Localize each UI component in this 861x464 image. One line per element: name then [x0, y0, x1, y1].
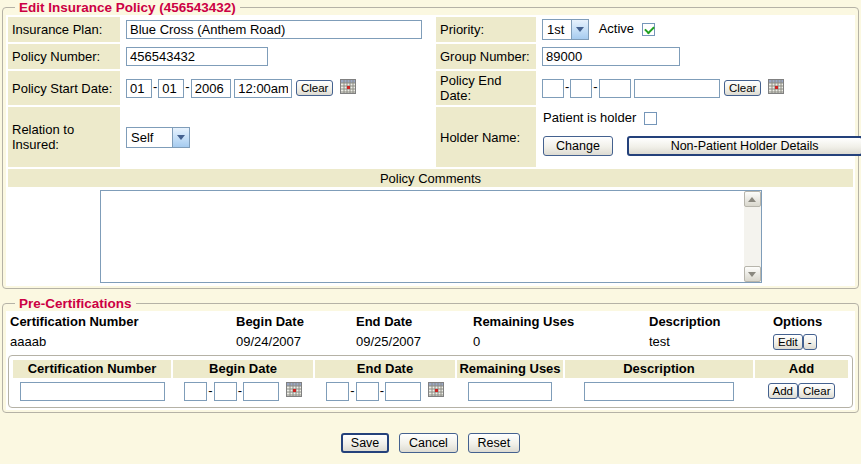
- table-row: aaaab 09/24/2007 09/25/2007 0 test Edit-: [8, 331, 853, 352]
- policy-comments-textarea[interactable]: [101, 191, 744, 282]
- policy-number-input[interactable]: [126, 47, 268, 66]
- add-col-add: Add: [755, 360, 848, 378]
- save-button[interactable]: Save: [341, 433, 390, 453]
- add-certification-number-input[interactable]: [20, 382, 165, 401]
- cell-remaining-uses: 0: [471, 331, 647, 352]
- date-separator: -: [185, 79, 189, 94]
- active-label: Active: [599, 21, 634, 36]
- cancel-button[interactable]: Cancel: [399, 433, 458, 453]
- col-certification-number: Certification Number: [8, 312, 234, 331]
- date-separator: -: [380, 383, 384, 398]
- add-end-year-input[interactable]: [385, 382, 421, 401]
- pre-certifications-section: Pre-Certifications Certification Number …: [2, 296, 859, 413]
- non-patient-holder-details-button[interactable]: Non-Patient Holder Details: [627, 136, 861, 156]
- policy-comments-label: Policy Comments: [8, 169, 853, 187]
- start-year-input[interactable]: [191, 79, 231, 98]
- relation-to-insured-label: Relation to Insured:: [8, 107, 120, 167]
- add-precert-button[interactable]: Add: [768, 383, 798, 399]
- page-title: Edit Insurance Policy (456543432): [15, 0, 240, 15]
- priority-select[interactable]: 1st: [542, 19, 589, 40]
- clear-precert-button[interactable]: Clear: [798, 383, 835, 399]
- scroll-up-icon[interactable]: [744, 191, 761, 207]
- scroll-down-icon[interactable]: [744, 266, 761, 282]
- group-number-label: Group Number:: [436, 44, 536, 69]
- policy-start-date-label: Policy Start Date:: [8, 71, 120, 105]
- cell-begin-date: 09/24/2007: [234, 331, 354, 352]
- group-number-input[interactable]: [542, 47, 680, 66]
- col-options: Options: [771, 312, 853, 331]
- calendar-icon[interactable]: [768, 79, 784, 97]
- policy-form: Insurance Plan: Priority: 1st Active Pol…: [6, 15, 855, 286]
- date-separator: -: [593, 79, 597, 94]
- add-col-description: Description: [565, 360, 753, 378]
- pre-certifications-title: Pre-Certifications: [15, 296, 136, 311]
- add-col-certification-number: Certification Number: [13, 360, 171, 378]
- add-begin-day-input[interactable]: [214, 382, 237, 401]
- start-day-input[interactable]: [158, 79, 184, 98]
- end-time-input[interactable]: [634, 79, 720, 98]
- insurance-plan-label: Insurance Plan:: [8, 17, 120, 42]
- patient-is-holder-label: Patient is holder: [543, 110, 636, 125]
- chevron-down-icon: [571, 20, 588, 39]
- relation-to-insured-select[interactable]: Self: [126, 127, 190, 148]
- end-day-input[interactable]: [570, 79, 592, 98]
- end-year-input[interactable]: [599, 79, 631, 98]
- cell-description: test: [647, 331, 771, 352]
- add-col-begin-date: Begin Date: [173, 360, 313, 378]
- edit-policy-section: Edit Insurance Policy (456543432) Insura…: [2, 0, 859, 289]
- end-month-input[interactable]: [542, 79, 564, 98]
- chevron-down-icon: [172, 128, 189, 147]
- cell-end-date: 09/25/2007: [354, 331, 471, 352]
- add-begin-month-input[interactable]: [184, 382, 207, 401]
- calendar-icon[interactable]: [340, 79, 356, 97]
- scrollbar[interactable]: [744, 191, 761, 282]
- add-begin-year-input[interactable]: [243, 382, 279, 401]
- relation-select-value: Self: [127, 128, 157, 147]
- add-end-month-input[interactable]: [326, 382, 349, 401]
- form-actions: Save Cancel Reset: [0, 433, 861, 453]
- policy-number-label: Policy Number:: [8, 44, 120, 69]
- date-separator: -: [350, 383, 354, 398]
- date-separator: -: [208, 383, 212, 398]
- pre-certifications-table: Certification Number Begin Date End Date…: [8, 312, 853, 352]
- start-time-input[interactable]: [234, 79, 292, 98]
- edit-precert-button[interactable]: Edit: [773, 334, 803, 350]
- add-end-day-input[interactable]: [356, 382, 379, 401]
- col-remaining-uses: Remaining Uses: [471, 312, 647, 331]
- patient-is-holder-checkbox[interactable]: [644, 112, 657, 125]
- cell-certification-number: aaaab: [8, 331, 234, 352]
- priority-label: Priority:: [436, 17, 536, 42]
- col-end-date: End Date: [354, 312, 471, 331]
- reset-button[interactable]: Reset: [468, 433, 521, 453]
- start-date-clear-button[interactable]: Clear: [296, 80, 333, 96]
- start-month-input[interactable]: [126, 79, 152, 98]
- active-checkbox[interactable]: [642, 23, 655, 36]
- add-description-input[interactable]: [584, 382, 734, 401]
- calendar-icon[interactable]: [428, 382, 444, 400]
- col-begin-date: Begin Date: [234, 312, 354, 331]
- date-separator: -: [238, 383, 242, 398]
- date-separator: -: [153, 79, 157, 94]
- insurance-plan-input[interactable]: [126, 20, 422, 39]
- priority-select-value: 1st: [543, 20, 568, 39]
- calendar-icon[interactable]: [286, 382, 302, 400]
- add-remaining-uses-input[interactable]: [468, 382, 552, 401]
- policy-end-date-label: Policy End Date:: [436, 71, 536, 105]
- holder-name-label: Holder Name:: [436, 107, 536, 167]
- policy-comments-box: [100, 190, 762, 283]
- end-date-clear-button[interactable]: Clear: [724, 80, 761, 96]
- col-description: Description: [647, 312, 771, 331]
- add-col-remaining-uses: Remaining Uses: [457, 360, 563, 378]
- change-holder-button[interactable]: Change: [543, 136, 613, 156]
- remove-precert-button[interactable]: -: [803, 334, 817, 350]
- date-separator: -: [565, 79, 569, 94]
- add-col-end-date: End Date: [315, 360, 455, 378]
- add-precertification-box: Certification Number Begin Date End Date…: [8, 355, 853, 408]
